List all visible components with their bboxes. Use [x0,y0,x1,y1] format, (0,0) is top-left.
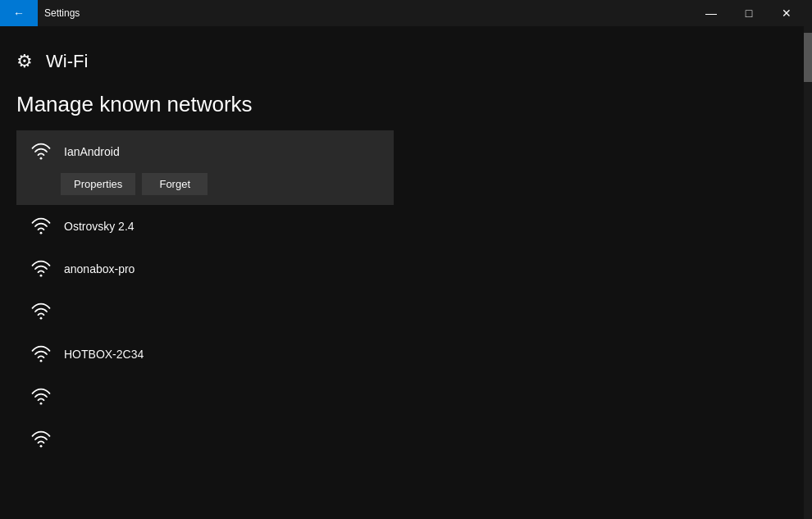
svg-point-3 [40,317,43,320]
network-list: IanAndroid Properties Forget Ostrovsky [16,130,394,461]
network-item-unknown2[interactable] [16,376,394,418]
maximize-button[interactable]: □ [730,0,768,26]
main-area: ⚙ Wi-Fi Manage known networks IanAndroid [0,26,812,519]
network-item-hotbox[interactable]: HOTBOX-2C34 [16,333,394,376]
wifi-icon [30,300,52,323]
network-item-unknown1[interactable] [16,290,394,333]
network-item-row: IanAndroid [30,140,381,163]
title-bar-title: Settings [44,7,80,19]
title-bar: ← Settings — □ ✕ [0,0,812,26]
page-header: ⚙ Wi-Fi [16,51,796,72]
section-title: Manage known networks [16,92,796,117]
page-title: Wi-Fi [46,51,88,72]
network-name-iandroid: IanAndroid [64,145,120,158]
wifi-icon [30,140,52,163]
svg-point-2 [40,275,43,277]
network-name-hotbox: HOTBOX-2C34 [64,348,144,361]
wifi-icon [30,428,52,451]
scrollbar-thumb[interactable] [804,33,812,82]
network-name-anonabox: anonabox-pro [64,262,135,275]
network-item-unknown3[interactable] [16,418,394,461]
properties-button[interactable]: Properties [61,173,135,195]
network-item-anonabox[interactable]: anonabox-pro [16,248,394,290]
network-item-row [30,385,381,408]
svg-point-5 [40,403,43,405]
svg-point-1 [40,232,43,234]
wifi-icon [30,385,52,408]
network-item-ostrovsky[interactable]: Ostrovsky 2.4 [16,205,394,248]
network-item-iandroid[interactable]: IanAndroid Properties Forget [16,130,394,205]
network-item-row [30,428,381,451]
network-item-row: anonabox-pro [30,257,381,280]
network-name-ostrovsky: Ostrovsky 2.4 [64,220,135,233]
svg-point-0 [40,157,43,160]
svg-point-6 [40,445,43,448]
title-bar-controls: — □ ✕ [692,0,805,26]
network-item-row: HOTBOX-2C34 [30,343,381,366]
close-button[interactable]: ✕ [768,0,805,26]
forget-button[interactable]: Forget [142,173,208,195]
scrollbar-track[interactable] [804,26,812,519]
svg-point-4 [40,360,43,362]
minimize-button[interactable]: — [692,0,730,26]
wifi-icon [30,343,52,366]
content: ⚙ Wi-Fi Manage known networks IanAndroid [0,26,812,519]
wifi-icon [30,215,52,238]
title-bar-left: ← Settings [0,0,80,26]
network-item-row [30,300,381,323]
wifi-icon [30,257,52,280]
network-item-actions: Properties Forget [30,173,381,195]
network-item-row: Ostrovsky 2.4 [30,215,381,238]
wifi-settings-icon: ⚙ [16,51,33,72]
back-button[interactable]: ← [0,0,38,26]
